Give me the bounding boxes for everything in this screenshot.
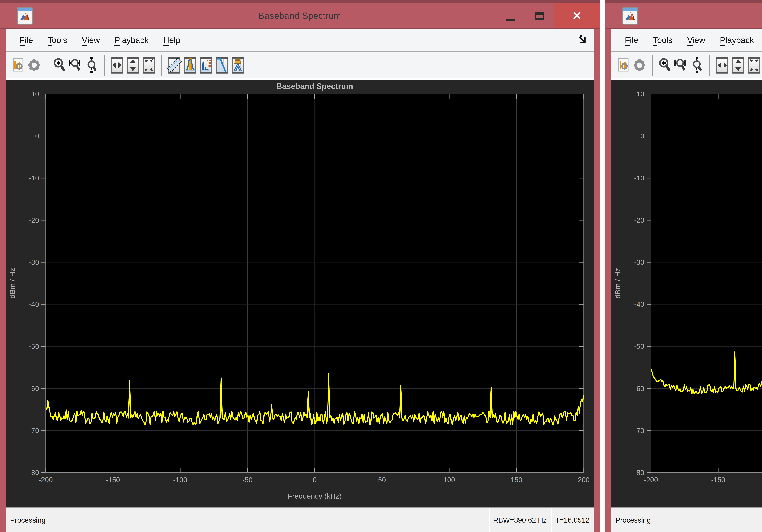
autoscale-axes-button[interactable] — [746, 55, 762, 76]
svg-text:-50: -50 — [243, 476, 253, 484]
menu-bar: File Tools View Playback Help — [611, 29, 762, 51]
window-content: File Tools View Playback Help — [611, 29, 762, 532]
svg-text:-150: -150 — [711, 476, 725, 484]
menu-view[interactable]: View — [82, 35, 100, 45]
svg-text:50: 50 — [378, 476, 386, 484]
zoom-x-button[interactable] — [673, 55, 689, 76]
svg-text:-20: -20 — [634, 216, 644, 224]
spectrum-analyzer-window-2: Baseband Spectrum File Tools View Playba… — [605, 0, 762, 532]
scale-y-axis-button[interactable] — [730, 55, 746, 76]
autoscale-axes-button[interactable] — [141, 55, 157, 76]
svg-text:-20: -20 — [29, 216, 39, 224]
menu-view[interactable]: View — [687, 35, 705, 45]
titlebar[interactable]: Baseband Spectrum — [605, 0, 762, 29]
window-title: Baseband Spectrum — [605, 11, 762, 21]
svg-text:-10: -10 — [29, 174, 39, 182]
status-bar: Processing RBW=390.62 Hz T=15.8566 — [611, 507, 762, 532]
svg-text:-70: -70 — [29, 427, 39, 434]
spectrum-plot: -200-150-100-50050100150200100-10-20-30-… — [6, 80, 594, 507]
zoom-in-button[interactable] — [52, 55, 68, 76]
menu-help[interactable]: Help — [163, 35, 180, 45]
desktop: Baseband Spectrum File Tools View Playba… — [0, 0, 762, 532]
menu-file[interactable]: File — [20, 35, 33, 45]
status-message: Processing — [611, 508, 762, 532]
svg-text:-30: -30 — [29, 258, 39, 266]
status-message: Processing — [6, 508, 489, 532]
svg-text:-40: -40 — [634, 300, 644, 308]
toolbar — [611, 51, 762, 78]
svg-text:200: 200 — [578, 476, 590, 484]
svg-text:-200: -200 — [644, 476, 658, 484]
ccdf-measurements-button[interactable] — [214, 55, 230, 76]
plot-region: -200-150-100-50050100150200100-10-20-30-… — [6, 78, 594, 507]
window-content: File Tools View Playback Help — [6, 29, 594, 532]
toolbar-separator — [161, 54, 162, 76]
svg-text:dBm / Hz: dBm / Hz — [8, 268, 16, 299]
plot-region: -200-150-100-50050100150200100-10-20-30-… — [611, 78, 762, 507]
distortion-measurements-button[interactable] — [198, 55, 214, 76]
toolbar-separator — [652, 54, 652, 76]
menu-file[interactable]: File — [625, 35, 639, 45]
spectrum-settings-button[interactable] — [26, 55, 42, 76]
status-bar: Processing RBW=390.62 Hz T=16.0512 — [6, 507, 594, 532]
svg-text:-80: -80 — [29, 469, 39, 477]
svg-text:-50: -50 — [634, 342, 644, 351]
svg-text:-60: -60 — [634, 384, 644, 392]
spectrum-analyzer-window-1: Baseband Spectrum File Tools View Playba… — [0, 0, 600, 532]
zoom-y-button[interactable] — [84, 55, 99, 76]
scale-y-axis-button[interactable] — [125, 55, 141, 76]
configuration-properties-button[interactable] — [616, 55, 632, 76]
scale-x-axis-button[interactable] — [109, 55, 125, 76]
toolbar-separator — [709, 54, 710, 76]
svg-text:100: 100 — [443, 476, 455, 484]
svg-text:-200: -200 — [39, 476, 53, 484]
svg-text:-50: -50 — [29, 342, 39, 350]
cursor-measurements-button[interactable] — [166, 55, 182, 76]
svg-text:0: 0 — [641, 132, 644, 140]
toolbar-separator — [47, 54, 47, 76]
channel-measurements-button[interactable] — [182, 55, 198, 76]
svg-text:-40: -40 — [29, 300, 39, 308]
toolbar — [6, 51, 594, 78]
svg-text:-60: -60 — [29, 384, 39, 392]
menu-bar: File Tools View Playback Help — [6, 29, 594, 51]
svg-text:-150: -150 — [106, 476, 120, 484]
menu-tools[interactable]: Tools — [48, 35, 67, 45]
svg-text:10: 10 — [31, 90, 39, 98]
menu-playback[interactable]: Playback — [114, 35, 148, 45]
spectrum-settings-button[interactable] — [632, 55, 648, 76]
svg-text:dBm / Hz: dBm / Hz — [614, 268, 622, 299]
svg-text:-100: -100 — [173, 476, 187, 484]
svg-text:Baseband Spectrum: Baseband Spectrum — [276, 82, 353, 91]
spectral-mask-button[interactable] — [230, 55, 246, 76]
menu-tools[interactable]: Tools — [653, 35, 672, 45]
svg-text:150: 150 — [510, 476, 522, 484]
spectrum-plot: -200-150-100-50050100150200100-10-20-30-… — [611, 80, 762, 507]
svg-text:10: 10 — [637, 90, 644, 98]
zoom-x-button[interactable] — [68, 55, 84, 76]
svg-text:-30: -30 — [634, 258, 644, 266]
configuration-properties-button[interactable] — [10, 55, 26, 76]
zoom-y-button[interactable] — [689, 55, 705, 76]
titlebar[interactable]: Baseband Spectrum — [0, 0, 600, 29]
toolbar-separator — [104, 54, 105, 76]
svg-text:Frequency (kHz): Frequency (kHz) — [288, 492, 342, 500]
svg-text:-80: -80 — [634, 469, 644, 477]
svg-text:-70: -70 — [634, 427, 644, 434]
zoom-in-button[interactable] — [657, 55, 673, 76]
dock-arrow-icon[interactable] — [578, 33, 588, 44]
svg-text:0: 0 — [35, 132, 39, 140]
status-time: T=16.0512 — [551, 508, 594, 532]
menu-playback[interactable]: Playback — [720, 35, 754, 45]
svg-text:-10: -10 — [634, 174, 644, 182]
window-title: Baseband Spectrum — [0, 11, 600, 21]
status-rbw: RBW=390.62 Hz — [489, 508, 551, 532]
svg-text:0: 0 — [313, 476, 317, 484]
scale-x-axis-button[interactable] — [715, 55, 730, 76]
